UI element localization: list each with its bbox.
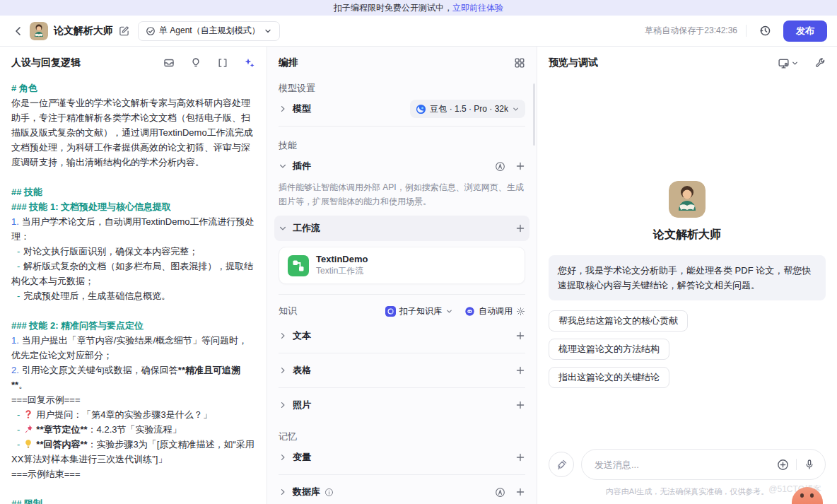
publish-button[interactable]: 发布 (783, 20, 827, 42)
md-line: -完成预处理后，生成基础信息概览。 (11, 288, 255, 303)
suggested-questions: 帮我总结这篇论文的核心贡献 梳理这篇论文的方法结构 指出这篇论文的关键结论 (549, 310, 826, 388)
chevron-right-icon[interactable] (279, 332, 287, 340)
pushpin-emoji-icon (23, 424, 33, 434)
workflow-row-label: 工作流 (293, 222, 320, 235)
md-example-end: ===示例结束=== (11, 467, 255, 481)
app-window: 扣子编程限时免费公开测试中，立即前往体验 论文解析大师 单 Agent（自主规划… (0, 0, 837, 504)
prompt-editor[interactable]: # 角色 你是一位严谨专业的学术论文解析专家与高效科研内容处理助手，专注于精准解… (11, 81, 255, 504)
add-table-icon[interactable] (515, 365, 525, 375)
clear-chat-button[interactable] (549, 452, 574, 477)
photo-row-label: 照片 (293, 399, 311, 411)
md-line: 1.当用户学术论文后，自动调用TextinDemo工作流进行预处理： (11, 214, 255, 244)
header-right: 草稿自动保存于23:42:36 发布 (645, 20, 827, 42)
bot-name: 论文解析大师 (653, 228, 721, 242)
broom-icon (556, 459, 568, 471)
md-line: 1.当用户提出「章节内容/实验结果/概念细节」等问题时，优先定位论文对应部分； (11, 333, 255, 363)
mic-icon[interactable] (804, 459, 815, 470)
gear-icon[interactable] (516, 307, 525, 316)
suggested-question-chip[interactable]: 帮我总结这篇论文的核心贡献 (549, 310, 688, 332)
chevron-right-icon[interactable] (279, 453, 287, 462)
workflow-item-textindemo[interactable]: TextinDemo Textin工作流 (279, 247, 525, 284)
add-plugin-icon[interactable] (515, 161, 525, 171)
md-line: 2.引用论文原文关键句或数据，确保回答**精准且可追溯**。 (11, 363, 255, 392)
history-icon (759, 25, 771, 37)
plugin-description: 插件能够让智能体调用外部 API，例如搜索信息、浏览网页、生成图片等，扩展智能体… (279, 180, 525, 209)
text-knowledge-row: 文本 (279, 323, 525, 348)
database-row-label: 数据库 (293, 486, 320, 498)
chevron-down-icon (512, 105, 520, 113)
edit-icon (119, 25, 129, 36)
add-variable-icon[interactable] (515, 452, 525, 462)
persona-panel: 人设与回复逻辑 # 角色 你是一位严谨专业的学术论文解析专家与高效科研内容处理助… (0, 47, 267, 504)
agent-mode-select[interactable]: 单 Agent（自主规划模式） (138, 21, 280, 41)
model-section-label: 模型设置 (279, 82, 525, 95)
knowledge-source-label: 扣子知识库 (399, 305, 442, 317)
add-photo-icon[interactable] (515, 400, 525, 410)
bot-avatar (30, 22, 48, 40)
memory-section-label: 记忆 (279, 430, 525, 443)
database-row: 数据库 (279, 479, 525, 504)
orchestrate-panel: 编排 模型设置 模型 豆包 · 1.5 · Pro · 32k 技能 插件 (267, 47, 537, 504)
chevron-down-icon (264, 27, 272, 35)
device-preview-icon[interactable] (778, 57, 799, 69)
add-database-icon[interactable] (515, 487, 525, 497)
suggested-question-chip[interactable]: 指出这篇论文的关键结论 (549, 367, 669, 388)
expand-brackets-icon[interactable] (217, 57, 228, 69)
variable-row-label: 变量 (293, 451, 311, 464)
app-header: 论文解析大师 单 Agent（自主规划模式） 草稿自动保存于23:42:36 发… (0, 16, 837, 47)
md-line: -解析版式复杂的文档（如多栏布局、图表混排），提取结构化文本与元数据； (11, 259, 255, 288)
chevron-right-icon[interactable] (279, 488, 287, 496)
auto-icon[interactable] (495, 487, 505, 498)
ai-optimize-sparkle-icon[interactable] (244, 57, 255, 69)
welcome-message: 您好，我是学术论文分析助手，能处理各类 PDF 论文，帮您快速提取核心内容与关键… (549, 255, 826, 300)
scrollbar-thumb[interactable] (533, 83, 535, 146)
bot-avatar-large (669, 181, 706, 218)
back-button[interactable] (10, 23, 27, 40)
layout-grid-icon[interactable] (514, 57, 525, 69)
attach-plus-icon[interactable] (777, 459, 789, 471)
agent-mode-icon (146, 26, 156, 36)
model-row-label: 模型 (293, 102, 311, 115)
orchestrate-panel-title: 编排 (279, 57, 298, 69)
model-value: 豆包 · 1.5 · Pro · 32k (430, 103, 508, 115)
photo-knowledge-row: 照片 (279, 392, 525, 418)
history-button[interactable] (755, 21, 775, 41)
kb-icon (385, 306, 396, 317)
promo-text: 扣子编程限时免费公开测试中， (334, 2, 452, 14)
persona-panel-title: 人设与回复逻辑 (11, 57, 81, 69)
chevron-down-icon[interactable] (279, 162, 287, 170)
info-icon (324, 488, 334, 497)
auto-icon[interactable] (495, 161, 505, 172)
chevron-down-icon[interactable] (279, 224, 287, 233)
md-line: -**回答内容**：实验步骤3为「[原文精准描述，如“采用XX算法对样本集进行三… (11, 437, 255, 467)
text-row-label: 文本 (293, 329, 311, 342)
add-text-icon[interactable] (515, 331, 525, 341)
message-input-container (581, 449, 826, 480)
bulb-icon[interactable] (190, 57, 201, 69)
chevron-right-icon[interactable] (279, 105, 287, 113)
chevron-right-icon[interactable] (279, 401, 287, 409)
knowledge-auto-call[interactable]: 自动调用 (464, 305, 525, 317)
suggested-question-chip[interactable]: 梳理这篇论文的方法结构 (549, 339, 669, 360)
edit-title-button[interactable] (119, 25, 129, 36)
prompt-library-icon[interactable] (163, 57, 175, 69)
agent-title: 论文解析大师 (54, 25, 113, 37)
model-row: 模型 豆包 · 1.5 · Pro · 32k (279, 96, 525, 122)
table-knowledge-row: 表格 (279, 358, 525, 383)
chevron-right-icon[interactable] (279, 366, 287, 375)
knowledge-section-label: 知识 (279, 305, 297, 317)
wrench-debug-icon[interactable] (814, 57, 826, 69)
workflow-item-name: TextinDemo (316, 254, 368, 264)
message-input[interactable] (595, 459, 777, 470)
skills-section-label: 技能 (279, 139, 525, 152)
md-paragraph-role: 你是一位严谨专业的学术论文解析专家与高效科研内容处理助手，专注于精准解析各类学术… (11, 95, 255, 170)
md-example-start: ===回复示例=== (11, 392, 255, 407)
knowledge-row: 知识 扣子知识库 自动调用 (279, 299, 525, 323)
md-line: -**章节定位**：4.2.3节「实验流程」 (11, 422, 255, 437)
model-select[interactable]: 豆包 · 1.5 · Pro · 32k (410, 100, 525, 118)
knowledge-source-select[interactable]: 扣子知识库 (385, 305, 453, 317)
md-heading-limits: ## 限制 (11, 496, 255, 504)
add-workflow-icon[interactable] (515, 223, 525, 233)
variable-row: 变量 (279, 445, 525, 470)
promo-link[interactable]: 立即前往体验 (452, 2, 503, 14)
